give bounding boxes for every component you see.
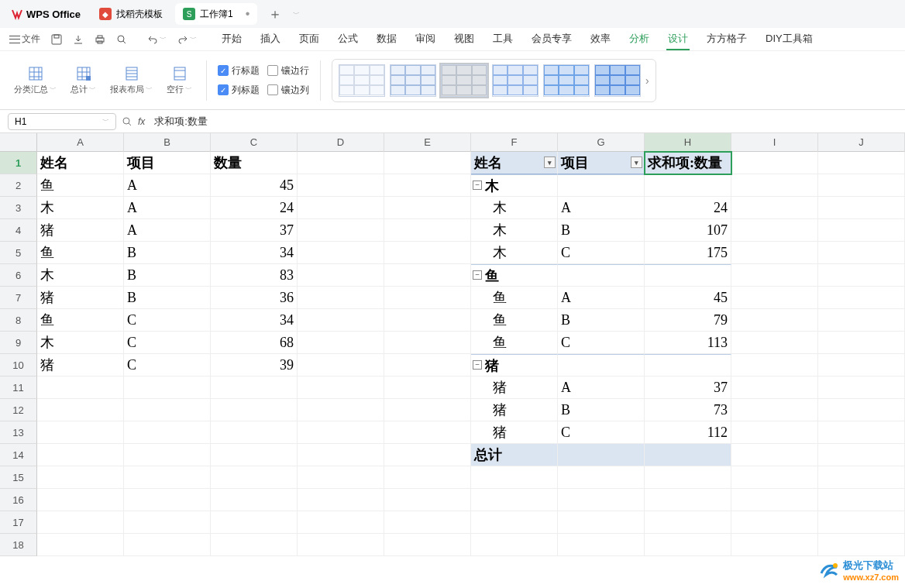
cell[interactable]: 木 <box>471 242 558 264</box>
row-header[interactable]: 8 <box>0 309 37 332</box>
cell[interactable] <box>298 264 384 287</box>
cell[interactable]: A <box>124 174 211 197</box>
cell[interactable] <box>124 444 211 466</box>
tab-tools[interactable]: 工具 <box>491 29 514 50</box>
cell[interactable] <box>211 511 298 534</box>
cell[interactable] <box>818 152 905 174</box>
cell[interactable] <box>818 354 905 377</box>
cell[interactable] <box>558 174 645 197</box>
cell[interactable] <box>124 489 211 511</box>
cell[interactable]: 鱼 <box>471 309 558 332</box>
cell[interactable] <box>818 264 905 287</box>
cell[interactable]: 39 <box>211 354 298 377</box>
column-header[interactable]: J <box>818 133 905 152</box>
cell[interactable] <box>124 511 211 534</box>
cell[interactable]: 猪 <box>37 219 124 242</box>
undo-icon[interactable]: ﹀ <box>144 33 170 46</box>
row-header[interactable]: 13 <box>0 421 37 444</box>
cell[interactable]: B <box>558 399 645 421</box>
row-header[interactable]: 16 <box>0 489 37 511</box>
row-header[interactable]: 6 <box>0 264 37 287</box>
cell[interactable]: 68 <box>211 332 298 354</box>
tab-insert[interactable]: 插入 <box>259 29 282 50</box>
cell[interactable] <box>818 489 905 511</box>
collapse-icon[interactable]: − <box>473 270 482 280</box>
column-header[interactable]: D <box>298 133 384 152</box>
cell[interactable] <box>211 444 298 466</box>
cell[interactable] <box>818 197 905 219</box>
cell[interactable] <box>818 511 905 534</box>
file-menu[interactable]: 文件 <box>6 31 43 47</box>
cell[interactable]: 107 <box>645 219 731 242</box>
cell[interactable] <box>384 219 471 242</box>
cell[interactable]: 猪 <box>471 421 558 444</box>
cell[interactable] <box>384 466 471 489</box>
cell[interactable] <box>731 444 818 466</box>
cell[interactable] <box>37 534 124 556</box>
subtotals-button[interactable]: 分类汇总﹀ <box>11 64 60 97</box>
banded-rows-checkbox[interactable]: 镶边行 <box>267 64 309 77</box>
cell[interactable]: B <box>124 264 211 287</box>
row-header[interactable]: 17 <box>0 511 37 534</box>
cell[interactable] <box>731 489 818 511</box>
print-icon[interactable] <box>91 33 108 46</box>
cell[interactable]: 112 <box>645 421 731 444</box>
cell[interactable] <box>37 421 124 444</box>
cell[interactable]: 木 <box>37 332 124 354</box>
cell[interactable] <box>818 287 905 309</box>
name-box[interactable]: H1 ﹀ <box>8 113 116 130</box>
cell[interactable] <box>124 421 211 444</box>
cell[interactable] <box>645 264 731 287</box>
cell[interactable] <box>37 466 124 489</box>
cell[interactable] <box>558 511 645 534</box>
tab-analyze[interactable]: 分析 <box>628 29 651 50</box>
cell[interactable]: C <box>558 242 645 264</box>
cell[interactable] <box>298 152 384 174</box>
row-header[interactable]: 9 <box>0 332 37 354</box>
cell[interactable]: 鱼 <box>471 332 558 354</box>
cell[interactable] <box>818 534 905 556</box>
cell[interactable] <box>471 489 558 511</box>
cell[interactable]: A <box>124 219 211 242</box>
cell[interactable]: 项目▾ <box>558 152 645 174</box>
grandtotals-button[interactable]: 总计﹀ <box>67 64 99 97</box>
cell[interactable] <box>645 511 731 534</box>
row-header[interactable]: 3 <box>0 197 37 219</box>
cell[interactable] <box>211 377 298 399</box>
formula-input[interactable]: 求和项:数量 <box>150 115 897 129</box>
cell[interactable]: 鱼 <box>37 242 124 264</box>
cell[interactable] <box>645 444 731 466</box>
cell[interactable] <box>384 152 471 174</box>
pivot-styles-gallery[interactable]: › <box>332 59 656 102</box>
cell[interactable] <box>211 489 298 511</box>
cell[interactable] <box>731 466 818 489</box>
cell[interactable]: 木 <box>37 264 124 287</box>
tab-review[interactable]: 审阅 <box>414 29 437 50</box>
cell[interactable] <box>384 197 471 219</box>
tab-ffgz[interactable]: 方方格子 <box>705 29 748 50</box>
cell[interactable]: 鱼 <box>37 309 124 332</box>
cell[interactable]: 项目 <box>124 152 211 174</box>
cell[interactable] <box>124 534 211 556</box>
cell[interactable] <box>731 377 818 399</box>
gallery-more-icon[interactable]: › <box>645 74 649 87</box>
cell[interactable]: C <box>124 354 211 377</box>
cell[interactable]: 24 <box>211 197 298 219</box>
save-icon[interactable] <box>48 33 65 46</box>
cell[interactable] <box>298 309 384 332</box>
cell[interactable]: C <box>124 309 211 332</box>
cell[interactable] <box>124 399 211 421</box>
row-header[interactable]: 18 <box>0 534 37 556</box>
spreadsheet-grid[interactable]: ABCDEFGHIJ1姓名项目数量姓名▾项目▾求和项:数量2鱼A45−木3木A2… <box>0 133 905 556</box>
tab-workbook[interactable]: S 工作簿1 • <box>175 3 257 25</box>
cell[interactable] <box>818 377 905 399</box>
cell[interactable] <box>471 511 558 534</box>
cell[interactable] <box>211 399 298 421</box>
redo-icon[interactable]: ﹀ <box>174 33 200 46</box>
cell[interactable] <box>211 534 298 556</box>
cell[interactable]: 73 <box>645 399 731 421</box>
cell[interactable] <box>818 242 905 264</box>
tab-formula[interactable]: 公式 <box>336 29 360 50</box>
tab-efficiency[interactable]: 效率 <box>589 29 612 50</box>
cell[interactable]: 鱼 <box>37 174 124 197</box>
